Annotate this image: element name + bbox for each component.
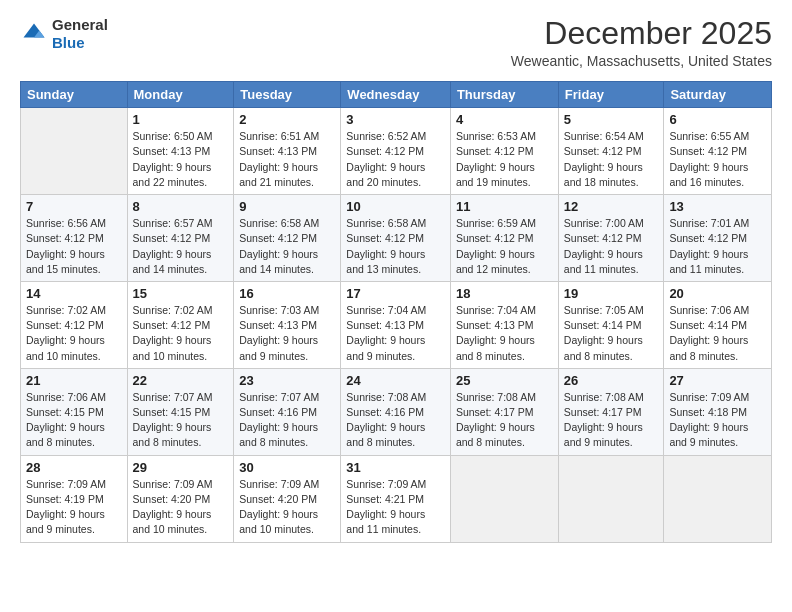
month-title: December 2025 xyxy=(511,16,772,51)
day-number: 18 xyxy=(456,286,553,301)
day-number: 16 xyxy=(239,286,335,301)
day-number: 21 xyxy=(26,373,122,388)
table-row: 4Sunrise: 6:53 AM Sunset: 4:12 PM Daylig… xyxy=(450,108,558,195)
day-number: 31 xyxy=(346,460,445,475)
table-row: 10Sunrise: 6:58 AM Sunset: 4:12 PM Dayli… xyxy=(341,195,451,282)
calendar-week-row: 28Sunrise: 7:09 AM Sunset: 4:19 PM Dayli… xyxy=(21,455,772,542)
day-info: Sunrise: 6:56 AM Sunset: 4:12 PM Dayligh… xyxy=(26,216,122,277)
table-row: 22Sunrise: 7:07 AM Sunset: 4:15 PM Dayli… xyxy=(127,368,234,455)
day-number: 12 xyxy=(564,199,659,214)
day-info: Sunrise: 7:08 AM Sunset: 4:17 PM Dayligh… xyxy=(564,390,659,451)
table-row: 5Sunrise: 6:54 AM Sunset: 4:12 PM Daylig… xyxy=(558,108,664,195)
day-number: 22 xyxy=(133,373,229,388)
day-info: Sunrise: 7:09 AM Sunset: 4:20 PM Dayligh… xyxy=(239,477,335,538)
col-thursday: Thursday xyxy=(450,82,558,108)
location-title: Weweantic, Massachusetts, United States xyxy=(511,53,772,69)
col-saturday: Saturday xyxy=(664,82,772,108)
day-info: Sunrise: 6:55 AM Sunset: 4:12 PM Dayligh… xyxy=(669,129,766,190)
day-info: Sunrise: 6:58 AM Sunset: 4:12 PM Dayligh… xyxy=(346,216,445,277)
day-info: Sunrise: 7:09 AM Sunset: 4:21 PM Dayligh… xyxy=(346,477,445,538)
day-info: Sunrise: 7:06 AM Sunset: 4:15 PM Dayligh… xyxy=(26,390,122,451)
day-number: 25 xyxy=(456,373,553,388)
table-row: 1Sunrise: 6:50 AM Sunset: 4:13 PM Daylig… xyxy=(127,108,234,195)
table-row: 25Sunrise: 7:08 AM Sunset: 4:17 PM Dayli… xyxy=(450,368,558,455)
day-info: Sunrise: 6:53 AM Sunset: 4:12 PM Dayligh… xyxy=(456,129,553,190)
day-number: 7 xyxy=(26,199,122,214)
day-info: Sunrise: 6:54 AM Sunset: 4:12 PM Dayligh… xyxy=(564,129,659,190)
table-row: 16Sunrise: 7:03 AM Sunset: 4:13 PM Dayli… xyxy=(234,281,341,368)
table-row: 2Sunrise: 6:51 AM Sunset: 4:13 PM Daylig… xyxy=(234,108,341,195)
day-number: 6 xyxy=(669,112,766,127)
day-info: Sunrise: 7:00 AM Sunset: 4:12 PM Dayligh… xyxy=(564,216,659,277)
calendar-table: Sunday Monday Tuesday Wednesday Thursday… xyxy=(20,81,772,542)
calendar-week-row: 1Sunrise: 6:50 AM Sunset: 4:13 PM Daylig… xyxy=(21,108,772,195)
col-wednesday: Wednesday xyxy=(341,82,451,108)
day-info: Sunrise: 7:01 AM Sunset: 4:12 PM Dayligh… xyxy=(669,216,766,277)
table-row: 8Sunrise: 6:57 AM Sunset: 4:12 PM Daylig… xyxy=(127,195,234,282)
day-info: Sunrise: 7:06 AM Sunset: 4:14 PM Dayligh… xyxy=(669,303,766,364)
logo-blue: Blue xyxy=(52,34,108,52)
day-info: Sunrise: 7:08 AM Sunset: 4:16 PM Dayligh… xyxy=(346,390,445,451)
table-row: 11Sunrise: 6:59 AM Sunset: 4:12 PM Dayli… xyxy=(450,195,558,282)
day-number: 28 xyxy=(26,460,122,475)
day-number: 4 xyxy=(456,112,553,127)
day-info: Sunrise: 7:07 AM Sunset: 4:16 PM Dayligh… xyxy=(239,390,335,451)
day-number: 3 xyxy=(346,112,445,127)
table-row: 28Sunrise: 7:09 AM Sunset: 4:19 PM Dayli… xyxy=(21,455,128,542)
day-info: Sunrise: 7:07 AM Sunset: 4:15 PM Dayligh… xyxy=(133,390,229,451)
day-number: 20 xyxy=(669,286,766,301)
day-number: 13 xyxy=(669,199,766,214)
table-row: 15Sunrise: 7:02 AM Sunset: 4:12 PM Dayli… xyxy=(127,281,234,368)
day-info: Sunrise: 7:09 AM Sunset: 4:20 PM Dayligh… xyxy=(133,477,229,538)
calendar-week-row: 14Sunrise: 7:02 AM Sunset: 4:12 PM Dayli… xyxy=(21,281,772,368)
col-sunday: Sunday xyxy=(21,82,128,108)
day-info: Sunrise: 7:05 AM Sunset: 4:14 PM Dayligh… xyxy=(564,303,659,364)
day-info: Sunrise: 6:57 AM Sunset: 4:12 PM Dayligh… xyxy=(133,216,229,277)
header: General Blue December 2025 Weweantic, Ma… xyxy=(20,16,772,69)
col-monday: Monday xyxy=(127,82,234,108)
table-row: 19Sunrise: 7:05 AM Sunset: 4:14 PM Dayli… xyxy=(558,281,664,368)
table-row: 31Sunrise: 7:09 AM Sunset: 4:21 PM Dayli… xyxy=(341,455,451,542)
day-info: Sunrise: 7:09 AM Sunset: 4:18 PM Dayligh… xyxy=(669,390,766,451)
table-row xyxy=(21,108,128,195)
day-info: Sunrise: 6:58 AM Sunset: 4:12 PM Dayligh… xyxy=(239,216,335,277)
day-info: Sunrise: 7:09 AM Sunset: 4:19 PM Dayligh… xyxy=(26,477,122,538)
table-row: 6Sunrise: 6:55 AM Sunset: 4:12 PM Daylig… xyxy=(664,108,772,195)
table-row: 7Sunrise: 6:56 AM Sunset: 4:12 PM Daylig… xyxy=(21,195,128,282)
day-number: 17 xyxy=(346,286,445,301)
day-number: 9 xyxy=(239,199,335,214)
day-number: 23 xyxy=(239,373,335,388)
day-number: 1 xyxy=(133,112,229,127)
table-row: 26Sunrise: 7:08 AM Sunset: 4:17 PM Dayli… xyxy=(558,368,664,455)
day-info: Sunrise: 7:04 AM Sunset: 4:13 PM Dayligh… xyxy=(456,303,553,364)
table-row: 12Sunrise: 7:00 AM Sunset: 4:12 PM Dayli… xyxy=(558,195,664,282)
logo-icon xyxy=(20,20,48,48)
day-number: 24 xyxy=(346,373,445,388)
table-row: 13Sunrise: 7:01 AM Sunset: 4:12 PM Dayli… xyxy=(664,195,772,282)
day-number: 10 xyxy=(346,199,445,214)
day-info: Sunrise: 7:03 AM Sunset: 4:13 PM Dayligh… xyxy=(239,303,335,364)
table-row: 18Sunrise: 7:04 AM Sunset: 4:13 PM Dayli… xyxy=(450,281,558,368)
day-number: 11 xyxy=(456,199,553,214)
calendar-week-row: 21Sunrise: 7:06 AM Sunset: 4:15 PM Dayli… xyxy=(21,368,772,455)
table-row: 23Sunrise: 7:07 AM Sunset: 4:16 PM Dayli… xyxy=(234,368,341,455)
table-row xyxy=(450,455,558,542)
page: General Blue December 2025 Weweantic, Ma… xyxy=(0,0,792,612)
table-row xyxy=(664,455,772,542)
col-friday: Friday xyxy=(558,82,664,108)
day-info: Sunrise: 6:51 AM Sunset: 4:13 PM Dayligh… xyxy=(239,129,335,190)
table-row: 20Sunrise: 7:06 AM Sunset: 4:14 PM Dayli… xyxy=(664,281,772,368)
day-number: 26 xyxy=(564,373,659,388)
day-info: Sunrise: 7:02 AM Sunset: 4:12 PM Dayligh… xyxy=(133,303,229,364)
table-row: 9Sunrise: 6:58 AM Sunset: 4:12 PM Daylig… xyxy=(234,195,341,282)
col-tuesday: Tuesday xyxy=(234,82,341,108)
table-row: 21Sunrise: 7:06 AM Sunset: 4:15 PM Dayli… xyxy=(21,368,128,455)
day-number: 14 xyxy=(26,286,122,301)
table-row: 3Sunrise: 6:52 AM Sunset: 4:12 PM Daylig… xyxy=(341,108,451,195)
day-info: Sunrise: 6:50 AM Sunset: 4:13 PM Dayligh… xyxy=(133,129,229,190)
calendar-header-row: Sunday Monday Tuesday Wednesday Thursday… xyxy=(21,82,772,108)
day-number: 5 xyxy=(564,112,659,127)
title-block: December 2025 Weweantic, Massachusetts, … xyxy=(511,16,772,69)
day-number: 8 xyxy=(133,199,229,214)
day-number: 30 xyxy=(239,460,335,475)
